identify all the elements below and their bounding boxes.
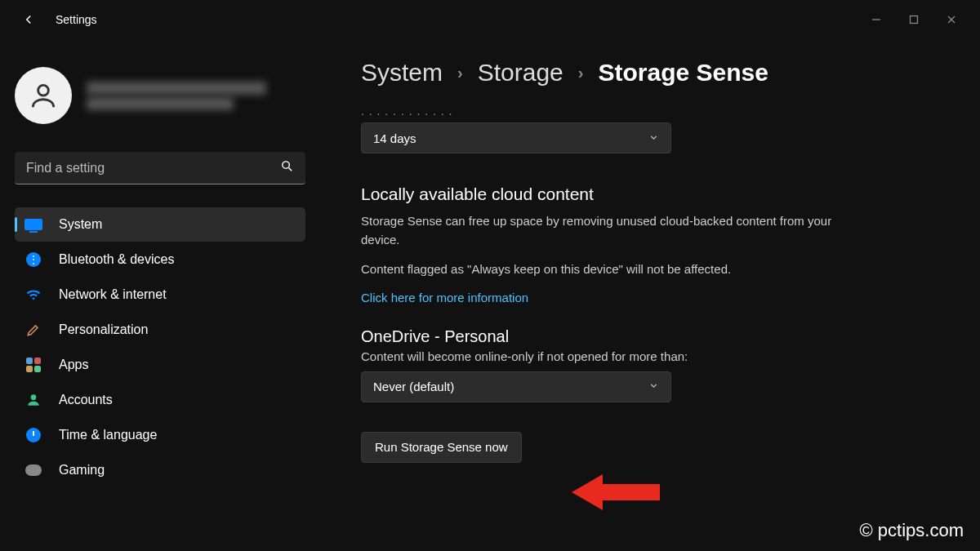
titlebar: Settings	[0, 0, 980, 39]
maximize-button[interactable]	[895, 7, 933, 33]
minimize-button[interactable]	[858, 7, 895, 33]
sidebar-item-accounts[interactable]: Accounts	[15, 383, 305, 417]
close-button[interactable]	[933, 7, 970, 33]
bluetooth-icon: ⋮	[24, 251, 42, 269]
svg-point-2	[38, 85, 49, 96]
cloud-desc-1: Storage Sense can free up space by remov…	[361, 212, 867, 249]
gamepad-icon	[24, 461, 42, 479]
avatar	[15, 67, 72, 124]
onedrive-heading: OneDrive - Personal	[361, 327, 947, 346]
nav: System ⋮ Bluetooth & devices Network & i…	[15, 207, 305, 487]
search-placeholder: Find a setting	[26, 161, 280, 176]
svg-rect-1	[911, 16, 918, 24]
onedrive-desc: Content will become online-only if not o…	[361, 349, 947, 363]
cloud-desc-2: Content flagged as "Always keep on this …	[361, 260, 867, 279]
sidebar-item-bluetooth[interactable]: ⋮ Bluetooth & devices	[15, 242, 305, 277]
button-label: Run Storage Sense now	[375, 440, 508, 454]
breadcrumb-storage[interactable]: Storage	[478, 59, 564, 87]
search-input[interactable]: Find a setting	[15, 152, 305, 184]
dropdown-value: 14 days	[373, 131, 648, 145]
wifi-icon	[24, 286, 42, 304]
dropdown-onedrive[interactable]: Never (default)	[361, 371, 671, 402]
sidebar-item-time[interactable]: Time & language	[15, 418, 305, 452]
sidebar-item-label: System	[59, 217, 102, 232]
app-title: Settings	[56, 13, 858, 26]
user-card[interactable]	[15, 67, 305, 124]
chevron-down-icon	[648, 380, 659, 393]
sidebar-item-gaming[interactable]: Gaming	[15, 453, 305, 487]
sidebar-item-system[interactable]: System	[15, 207, 305, 242]
sidebar-item-label: Apps	[59, 358, 88, 372]
paintbrush-icon	[24, 321, 42, 339]
dropdown-recycle-days[interactable]: 14 days	[361, 122, 671, 153]
sidebar-item-label: Gaming	[59, 463, 105, 478]
search-icon	[280, 159, 294, 176]
back-button[interactable]	[16, 7, 41, 32]
svg-line-4	[289, 168, 292, 171]
run-storage-sense-button[interactable]: Run Storage Sense now	[361, 432, 522, 463]
sidebar: Find a setting System ⋮ Bluetooth & devi…	[0, 39, 320, 551]
sidebar-item-label: Network & internet	[59, 287, 167, 302]
svg-point-3	[283, 162, 290, 169]
sidebar-item-label: Bluetooth & devices	[59, 252, 174, 267]
more-info-link[interactable]: Click here for more information	[361, 291, 528, 304]
dropdown-value: Never (default)	[373, 380, 648, 393]
sidebar-item-personalization[interactable]: Personalization	[15, 313, 305, 347]
chevron-right-icon: ›	[578, 64, 584, 82]
user-name-blurred	[87, 79, 266, 113]
sidebar-item-network[interactable]: Network & internet	[15, 278, 305, 312]
svg-point-5	[31, 394, 37, 400]
chevron-down-icon	[648, 131, 659, 145]
clock-icon	[24, 426, 42, 444]
system-icon	[24, 216, 42, 233]
person-icon	[24, 391, 42, 409]
sidebar-item-label: Time & language	[59, 428, 157, 442]
cloud-heading: Locally available cloud content	[361, 184, 947, 204]
truncated-label: . . . . . . . . . . . .	[361, 104, 947, 118]
sidebar-item-label: Personalization	[59, 322, 148, 337]
apps-icon	[24, 356, 42, 374]
content: System › Storage › Storage Sense . . . .…	[320, 39, 980, 551]
breadcrumb: System › Storage › Storage Sense	[361, 59, 947, 87]
chevron-right-icon: ›	[457, 64, 463, 82]
sidebar-item-label: Accounts	[59, 393, 113, 407]
watermark: © pctips.com	[860, 520, 964, 541]
breadcrumb-current: Storage Sense	[598, 59, 768, 87]
breadcrumb-system[interactable]: System	[361, 59, 443, 87]
sidebar-item-apps[interactable]: Apps	[15, 348, 305, 382]
